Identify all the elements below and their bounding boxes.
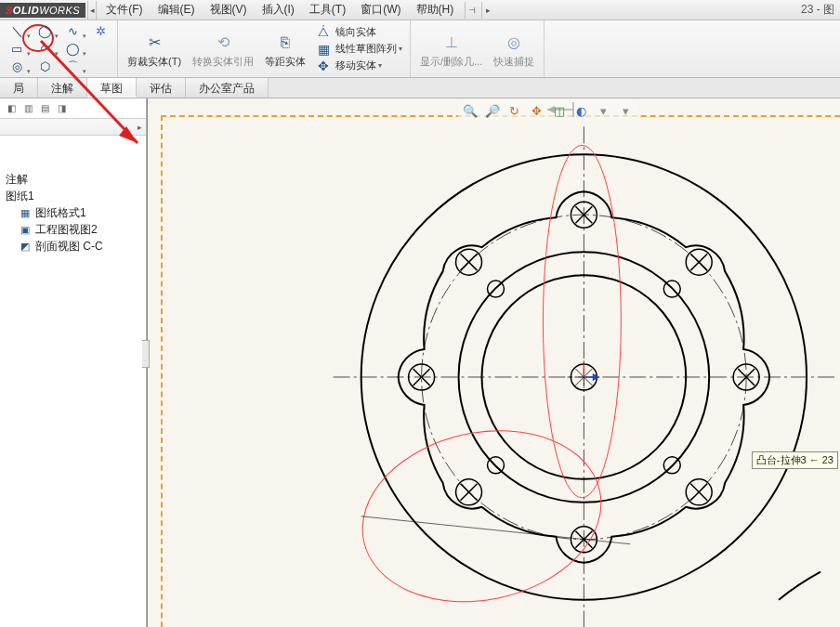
svg-point-46 — [543, 145, 621, 497]
convert-icon: ⟲ — [212, 32, 234, 54]
display-delete-button[interactable]: ⊥ 显示/删除几... — [414, 22, 488, 76]
ribbon-edit-group: ✂ 剪裁实体(T) ⟲ 转换实体引用 ⎘ 等距实体 ⧊镜向实体 ▦线性草图阵列▾… — [118, 20, 411, 77]
main-area: ◧ ▥ ▤ ◨ ▸ 注解 图纸1 ▦图纸格式1 ▣工程图视图2 ◩剖面视图 C-… — [0, 98, 840, 627]
ribbon-display-group: ⊥ 显示/删除几... ◎ 快速捕捉 — [411, 20, 545, 77]
convert-button[interactable]: ⟲ 转换实体引用 — [187, 22, 259, 76]
blank2 — [87, 59, 113, 75]
tree-view[interactable]: ▣工程图视图2 — [6, 221, 142, 238]
ellipse-tool[interactable]: ◯▾ — [59, 41, 85, 58]
drawing-canvas[interactable]: 🔍 🔎 ↻ ✥ ◫ ◐ ▾ ▾ — [147, 98, 840, 627]
sheet-format-icon: ▦ — [19, 206, 32, 219]
line-tool[interactable]: ＼▾ — [4, 23, 30, 40]
move-button[interactable]: ✥移动实体▾ — [311, 58, 406, 74]
panel-toolbar: ▸ — [0, 119, 146, 136]
trim-button[interactable]: ✂ 剪裁实体(T) — [122, 22, 187, 76]
display-icon: ⊥ — [440, 32, 463, 54]
polygon-tool[interactable]: ⬡ — [32, 59, 58, 75]
section-view-icon: ◩ — [19, 240, 32, 253]
fillet-tool[interactable]: ⌒▾ — [59, 59, 85, 75]
move-icon: ✥ — [315, 59, 332, 73]
feature-tree-panel: ◧ ▥ ▤ ◨ ▸ 注解 图纸1 ▦图纸格式1 ▣工程图视图2 ◩剖面视图 C-… — [0, 98, 147, 627]
panel-tabs: ◧ ▥ ▤ ◨ — [0, 98, 146, 119]
snap-icon: ◎ — [503, 32, 525, 54]
arc-tool[interactable]: ◠▾ — [32, 41, 58, 58]
rectangle-tool[interactable]: ▭▾ — [4, 41, 30, 58]
menu-file[interactable]: 文件(F) — [98, 0, 150, 20]
pattern-icon: ▦ — [315, 42, 332, 57]
circle-tool[interactable]: ◯▾ — [32, 23, 58, 40]
blank1 — [87, 41, 113, 58]
app-logo: SOLIDWORKS — [0, 3, 85, 18]
ribbon-sketch-tools: ＼▾ ◯▾ ∿▾ ✲ ▭▾ ◠▾ ◯▾ ◎▾ ⬡ ⌒▾ — [0, 20, 118, 77]
panel-tab-3[interactable]: ▤ — [37, 101, 52, 116]
spline-tool[interactable]: ∿▾ — [59, 23, 85, 40]
tab-layout[interactable]: 局 — [0, 78, 38, 98]
drawing-svg — [148, 98, 840, 627]
mirror-button[interactable]: ⧊镜向实体 — [311, 24, 406, 41]
quicksnap-button[interactable]: ◎ 快速捕捉 — [488, 22, 540, 76]
command-tabs: 局 注解 草图 评估 办公室产品 — [0, 78, 840, 98]
document-title: 23 - 图 — [494, 2, 840, 18]
tree-section[interactable]: ◩剖面视图 C-C — [6, 238, 142, 255]
svg-line-48 — [361, 516, 631, 544]
menu-window[interactable]: 窗口(W) — [353, 0, 408, 20]
panel-tab-2[interactable]: ▥ — [20, 101, 35, 116]
tab-sketch[interactable]: 草图 — [87, 78, 137, 98]
scissors-icon: ✂ — [143, 32, 165, 54]
tree-root[interactable]: 注解 — [6, 171, 142, 188]
svg-marker-45 — [593, 374, 598, 380]
feature-tree[interactable]: 注解 图纸1 ▦图纸格式1 ▣工程图视图2 ◩剖面视图 C-C — [0, 136, 146, 258]
mirror-icon: ⧊ — [315, 24, 332, 40]
point-tool[interactable]: ✲ — [87, 23, 113, 40]
menu-scroll-left[interactable]: ◂ — [87, 1, 97, 20]
ribbon-transform-list: ⧊镜向实体 ▦线性草图阵列▾ ✥移动实体▾ — [311, 24, 406, 74]
panel-tab-1[interactable]: ◧ — [4, 101, 19, 116]
offset-button[interactable]: ⎘ 等距实体 — [259, 22, 311, 76]
menu-view[interactable]: 视图(V) — [203, 0, 255, 20]
pattern-button[interactable]: ▦线性草图阵列▾ — [311, 41, 406, 58]
drawing-view-icon: ▣ — [19, 223, 32, 236]
menu-help[interactable]: 帮助(H) — [409, 0, 462, 20]
menu-pin-icon[interactable]: ⊣ — [465, 2, 478, 19]
tree-sheet[interactable]: 图纸1 — [6, 188, 142, 204]
menu-scroll-right[interactable]: ▸ — [481, 2, 494, 19]
offset-icon: ⎘ — [274, 32, 296, 54]
tree-format[interactable]: ▦图纸格式1 — [6, 204, 142, 221]
menu-tools[interactable]: 工具(T) — [302, 0, 353, 20]
tab-office[interactable]: 办公室产品 — [186, 78, 269, 98]
menubar: SOLIDWORKS ◂ 文件(F) 编辑(E) 视图(V) 插入(I) 工具(… — [0, 0, 840, 20]
slot-tool[interactable]: ◎▾ — [4, 59, 30, 75]
hover-tooltip: 凸台-拉伸3 ← 23 — [752, 451, 838, 469]
svg-point-47 — [347, 410, 617, 623]
tab-evaluate[interactable]: 评估 — [137, 78, 186, 98]
menu-edit[interactable]: 编辑(E) — [151, 0, 203, 20]
ribbon: ＼▾ ◯▾ ∿▾ ✲ ▭▾ ◠▾ ◯▾ ◎▾ ⬡ ⌒▾ ✂ 剪裁实体(T) ⟲ … — [0, 20, 840, 78]
panel-tab-4[interactable]: ◨ — [54, 101, 69, 116]
menu-insert[interactable]: 插入(I) — [255, 0, 302, 20]
tab-annotation[interactable]: 注解 — [38, 78, 87, 98]
